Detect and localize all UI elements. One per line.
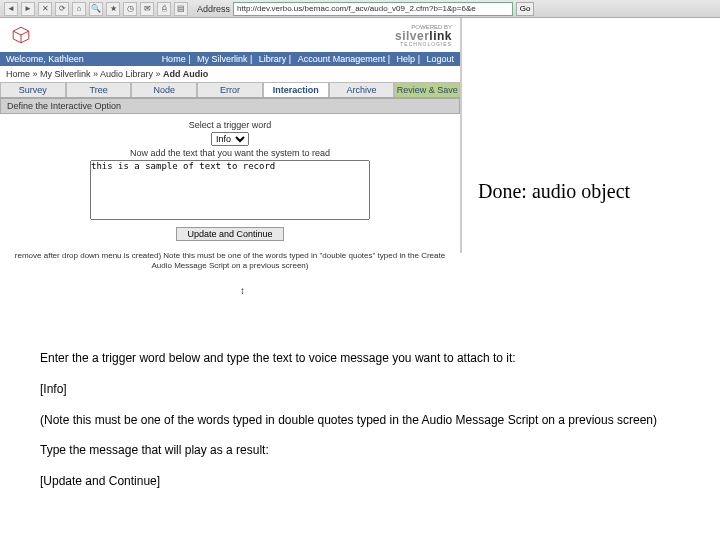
- tab-node[interactable]: Node: [131, 82, 197, 97]
- crumb-mid[interactable]: My Silverlink: [40, 69, 91, 79]
- caret-icon: ↕: [240, 285, 245, 296]
- tool-icon[interactable]: ▤: [174, 2, 188, 16]
- app-panel: POWERED BY silverlink TECHNOLOGIES Welco…: [0, 18, 460, 274]
- mail-icon[interactable]: ✉: [140, 2, 154, 16]
- crumb-lib[interactable]: Audio Library: [100, 69, 153, 79]
- crumb-home[interactable]: Home: [6, 69, 30, 79]
- instr-line3: (Note this must be one of the words type…: [40, 412, 680, 429]
- back-icon[interactable]: ◄: [4, 2, 18, 16]
- tab-archive[interactable]: Archive: [329, 82, 395, 97]
- refresh-icon[interactable]: ⟳: [55, 2, 69, 16]
- form-area: Select a trigger word Info Now add the t…: [0, 114, 460, 247]
- link-home[interactable]: Home: [162, 54, 186, 64]
- link-mysilverlink[interactable]: My Silverlink: [197, 54, 248, 64]
- home-icon[interactable]: ⌂: [72, 2, 86, 16]
- instr-line4: Type the message that will play as a res…: [40, 442, 680, 459]
- go-button[interactable]: Go: [516, 2, 534, 16]
- instr-line2: [Info]: [40, 381, 680, 398]
- annotation-text: Done: audio object: [478, 180, 630, 203]
- forward-icon[interactable]: ►: [21, 2, 35, 16]
- tab-survey[interactable]: Survey: [0, 82, 66, 97]
- favorites-icon[interactable]: ★: [106, 2, 120, 16]
- stop-icon[interactable]: ✕: [38, 2, 52, 16]
- section-header: Define the Interactive Option: [0, 98, 460, 114]
- brand-block: POWERED BY silverlink TECHNOLOGIES: [395, 24, 452, 47]
- trigger-select[interactable]: Info: [211, 132, 249, 146]
- address-input[interactable]: [233, 2, 513, 16]
- browser-toolbar: ◄ ► ✕ ⟳ ⌂ 🔍 ★ ◷ ✉ ⎙ ▤ Address Go: [0, 0, 720, 18]
- brand-sub: TECHNOLOGIES: [395, 42, 452, 47]
- welcome-text: Welcome, Kathleen: [6, 54, 84, 64]
- instr-line1: Enter the a trigger word below and type …: [40, 350, 680, 367]
- vertical-divider: [460, 18, 462, 253]
- link-help[interactable]: Help: [397, 54, 416, 64]
- logo-icon: [8, 22, 34, 48]
- link-logout[interactable]: Logout: [426, 54, 454, 64]
- tab-error[interactable]: Error: [197, 82, 263, 97]
- tab-review[interactable]: Review & Save: [394, 82, 460, 97]
- history-icon[interactable]: ◷: [123, 2, 137, 16]
- link-account[interactable]: Account Management: [298, 54, 386, 64]
- breadcrumb: Home » My Silverlink » Audio Library » A…: [0, 66, 460, 82]
- top-links: Home | My Silverlink | Library | Account…: [158, 54, 454, 64]
- instr-line5: [Update and Continue]: [40, 473, 680, 490]
- tab-interaction[interactable]: Interaction: [263, 82, 329, 97]
- address-label: Address: [197, 4, 230, 14]
- remove-note: remove after drop down menu is created) …: [0, 247, 460, 274]
- search-icon[interactable]: 🔍: [89, 2, 103, 16]
- link-library[interactable]: Library: [259, 54, 287, 64]
- print-icon[interactable]: ⎙: [157, 2, 171, 16]
- instructions-block: Enter the a trigger word below and type …: [40, 350, 680, 504]
- type-label: Now add the text that you want the syste…: [6, 148, 454, 158]
- tab-tree[interactable]: Tree: [66, 82, 132, 97]
- tab-row: Survey Tree Node Error Interaction Archi…: [0, 82, 460, 98]
- update-continue-button[interactable]: Update and Continue: [176, 227, 283, 241]
- welcome-bar: Welcome, Kathleen Home | My Silverlink |…: [0, 52, 460, 66]
- message-textarea[interactable]: [90, 160, 370, 220]
- select-label: Select a trigger word: [6, 120, 454, 130]
- crumb-current: Add Audio: [163, 69, 208, 79]
